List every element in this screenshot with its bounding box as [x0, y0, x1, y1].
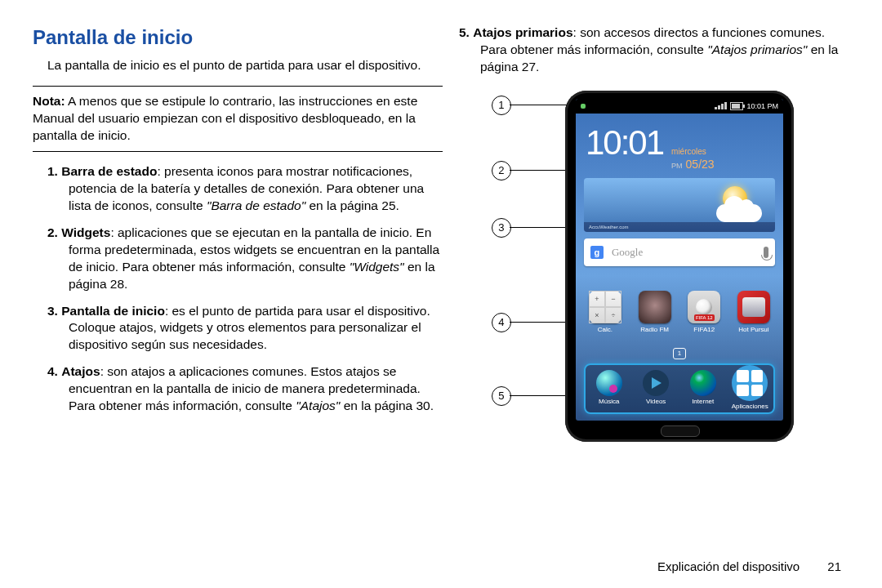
footer-page-number: 21 — [827, 559, 841, 573]
item-number: 1. — [47, 164, 58, 178]
callout-badge: 1 — [492, 96, 511, 115]
app-label: Radio FM — [634, 326, 676, 335]
item-term: Atajos — [61, 364, 100, 378]
item-ref: "Atajos primarios" — [707, 42, 807, 56]
numbered-list: 1. Barra de estado: presenta iconos para… — [47, 163, 443, 415]
dock-music: Música — [589, 370, 630, 407]
weather-brand: AccuWeather.com — [584, 222, 775, 232]
note-body: A menos que se estipule lo contrario, la… — [33, 94, 417, 142]
dock-label: Videos — [635, 398, 676, 407]
apps-grid-icon — [732, 365, 768, 401]
notification-icon — [581, 104, 586, 109]
phone-screen: 10:01 PM 10:01 miércoles PM05/23 Accu — [576, 99, 783, 421]
item-ref: "Barra de estado" — [207, 198, 305, 212]
item-tail: en la página 30. — [340, 399, 434, 412]
cloud-icon — [716, 204, 762, 222]
item-ref: "Atajos" — [296, 399, 340, 412]
list-item: 4. Atajos: son atajos a aplicaciones com… — [47, 363, 443, 415]
dock-apps: Aplicaciones — [729, 365, 770, 412]
dock-videos: Videos — [635, 370, 676, 407]
status-bar: 10:01 PM — [576, 99, 783, 114]
soccer-icon: FIFA 12 — [688, 291, 720, 323]
list-item: 3. Pantalla de inicio: es el punto de pa… — [47, 303, 443, 354]
item-term: Atajos primarios — [473, 25, 572, 39]
clock-ampm: PM — [671, 162, 683, 170]
note-label: Nota: — [33, 94, 65, 108]
callout-badge: 4 — [492, 313, 511, 332]
dock-label: Música — [589, 398, 630, 407]
radio-icon — [639, 291, 671, 323]
globe-icon — [690, 370, 716, 396]
item-number: 5. — [459, 25, 470, 39]
note-box: Nota: A menos que se estipule lo contrar… — [33, 86, 443, 152]
callout-badge: 2 — [492, 161, 511, 180]
google-search-widget: g Google — [584, 238, 775, 266]
page-bubble: 1 — [673, 348, 686, 359]
callout-badge: 3 — [492, 218, 511, 238]
item-term: Pantalla de inicio — [61, 304, 165, 318]
item-number: 3. — [47, 304, 58, 318]
footer-section: Explicación del dispositivo — [657, 559, 800, 573]
battery-icon — [730, 102, 743, 110]
status-time: 10:01 PM — [746, 101, 778, 111]
app-label: FIFA12 — [683, 326, 725, 335]
phone-diagram: 1 2 3 4 5 — [459, 91, 849, 450]
intro-text: La pantalla de inicio es el punto de par… — [47, 57, 443, 74]
app-label: Calc. — [584, 326, 626, 335]
list-item: 5. Atajos primarios: son accesos directo… — [459, 24, 849, 76]
clock-day: miércoles — [671, 146, 715, 157]
app-label: Hot Pursui — [733, 326, 775, 335]
signal-icon — [715, 102, 727, 109]
list-item: 1. Barra de estado: presenta iconos para… — [47, 163, 443, 215]
callout-badge: 5 — [492, 386, 511, 406]
item-number: 4. — [47, 364, 58, 378]
list-item: 2. Widgets: aplicaciones que se ejecutan… — [47, 225, 443, 293]
page-footer: Explicación del dispositivo 21 — [657, 559, 841, 573]
game-icon — [737, 291, 770, 323]
clock-widget: 10:01 miércoles PM05/23 — [576, 114, 783, 175]
item-ref: "Widgets" — [350, 260, 404, 274]
clock-date: 05/23 — [686, 158, 715, 171]
dock-label: Aplicaciones — [729, 403, 770, 412]
section-title: Pantalla de inicio — [33, 24, 443, 51]
video-icon — [643, 370, 669, 396]
item-term: Widgets — [61, 225, 110, 239]
app-shortcut-game: Hot Pursui — [733, 291, 775, 335]
item-number: 2. — [47, 225, 58, 239]
page-indicator: 1 — [576, 343, 783, 360]
primary-shortcuts-dock: Música Videos Internet Aplicaciones — [584, 363, 775, 414]
dock-internet: Internet — [683, 370, 724, 407]
weather-widget: AccuWeather.com — [584, 178, 775, 232]
app-shortcut-radio: Radio FM — [634, 291, 676, 335]
shortcut-row: +−×÷ Calc. Radio FM FIFA 12 FIFA12 — [584, 291, 775, 335]
clock-time: 10:01 — [586, 120, 663, 167]
calculator-icon: +−×÷ — [589, 291, 621, 323]
search-hint: Google — [612, 245, 755, 260]
dock-label: Internet — [683, 398, 724, 407]
item-tail: en la página 25. — [305, 198, 399, 212]
app-shortcut-fifa: FIFA 12 FIFA12 — [683, 291, 725, 335]
app-shortcut-calc: +−×÷ Calc. — [584, 291, 626, 335]
item-term: Barra de estado — [61, 164, 157, 178]
home-button — [661, 425, 700, 437]
google-logo-icon: g — [590, 246, 604, 259]
microphone-icon — [764, 247, 768, 258]
phone-frame: 10:01 PM 10:01 miércoles PM05/23 Accu — [565, 91, 794, 442]
music-icon — [596, 370, 622, 396]
